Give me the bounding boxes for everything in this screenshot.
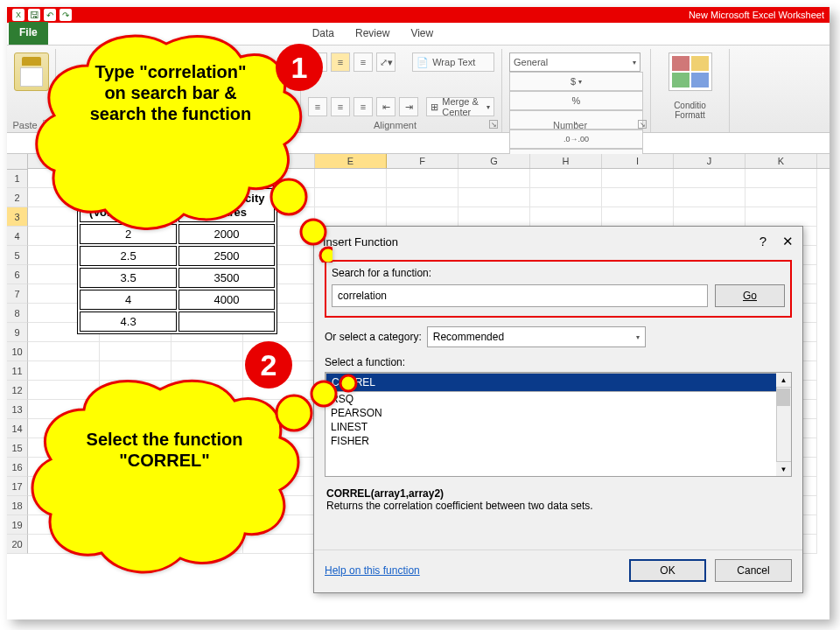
cell[interactable] [100,342,172,361]
cell[interactable] [674,207,746,227]
cell[interactable] [172,361,243,381]
scroll-down-icon[interactable]: ▼ [776,461,791,476]
cell[interactable] [172,342,243,361]
row-header[interactable]: 12 [7,381,28,400]
col-header-D[interactable]: D [243,154,315,168]
increase-indent-button[interactable]: ⇥ [399,97,418,116]
row-header[interactable]: 4 [7,227,28,246]
cell[interactable] [243,535,315,554]
col-header-J[interactable]: J [674,154,746,168]
cell[interactable] [28,438,100,458]
cell[interactable] [243,400,315,419]
row-header[interactable]: 1 [7,169,28,188]
tab-data[interactable]: Data [302,24,345,45]
col-header-E[interactable]: E [315,154,387,168]
row-header[interactable]: 19 [7,515,28,535]
col-header-H[interactable]: H [530,154,602,168]
tab-file[interactable]: File [9,22,48,45]
number-format-select[interactable]: General [509,52,640,72]
row-header[interactable]: 11 [7,361,28,381]
cell[interactable] [530,188,602,207]
row-header[interactable]: 13 [7,400,28,419]
cell[interactable] [315,207,387,227]
cell[interactable] [315,169,387,188]
save-icon[interactable] [28,9,40,21]
row-header[interactable]: 18 [7,496,28,515]
cell[interactable] [530,207,602,227]
function-option-rsq[interactable]: RSQ [326,392,791,406]
cell[interactable] [746,169,817,188]
help-icon[interactable]: ? [760,234,766,249]
search-input[interactable] [332,284,708,307]
cell[interactable] [100,515,172,535]
col-header-B[interactable]: B [100,154,172,168]
select-all-corner[interactable] [7,154,28,170]
row-header[interactable]: 10 [7,342,28,361]
clipboard-launcher[interactable]: ↘ [43,120,52,129]
cell[interactable] [100,361,172,381]
cell[interactable] [243,342,315,361]
cell[interactable] [674,188,746,207]
ok-button[interactable]: OK [629,559,706,582]
cell[interactable] [28,342,100,361]
col-header-I[interactable]: I [602,154,674,168]
wrap-text-button[interactable]: 📄 Wrap Text [412,52,494,72]
row-header[interactable]: 7 [7,284,28,304]
cell[interactable] [172,515,243,535]
cell[interactable] [243,477,315,496]
cell[interactable] [100,438,172,458]
fx-icon[interactable]: fx [86,137,107,150]
cell[interactable] [172,381,243,400]
cell[interactable] [172,458,243,477]
row-header[interactable]: 6 [7,265,28,284]
tab-view[interactable]: View [400,24,444,45]
currency-button[interactable]: $ [509,72,643,91]
cell[interactable] [100,496,172,515]
cell[interactable] [172,400,243,419]
cell[interactable] [315,188,387,207]
go-button[interactable]: Go [715,284,785,307]
align-center-button[interactable]: ≡ [331,97,350,116]
redo-icon[interactable]: ↷ [60,9,72,21]
undo-icon[interactable]: ↶ [44,9,56,21]
cell[interactable] [100,400,172,419]
cell[interactable] [100,458,172,477]
increase-decimal-button[interactable]: .0→.00 [509,130,643,149]
scroll-up-icon[interactable]: ▲ [776,373,791,388]
percent-button[interactable]: % [509,91,643,110]
cell[interactable] [243,438,315,458]
cell[interactable] [387,207,458,227]
decrease-font-button[interactable]: A▾ [214,52,236,72]
cell[interactable] [746,188,817,207]
cell[interactable] [243,458,315,477]
category-select[interactable]: Recommended [427,326,646,347]
cell[interactable] [172,477,243,496]
cell[interactable] [602,207,674,227]
cell[interactable] [172,438,243,458]
col-header-C[interactable]: C [172,154,243,168]
cell[interactable] [100,535,172,554]
tab-review[interactable]: Review [345,24,400,45]
cell[interactable] [28,458,100,477]
cell[interactable] [172,535,243,554]
cell[interactable] [28,361,100,381]
border-button[interactable]: ⊞▾ [164,97,183,116]
cell[interactable] [387,188,458,207]
row-header[interactable]: 8 [7,304,28,323]
close-icon[interactable]: ✕ [782,234,794,249]
cell[interactable] [458,188,530,207]
row-header[interactable]: 16 [7,458,28,477]
font-launcher[interactable]: ↘ [288,120,297,129]
row-header[interactable]: 17 [7,477,28,496]
col-header-K[interactable]: K [746,154,817,168]
row-header[interactable]: 2 [7,188,28,207]
cell[interactable] [746,207,817,227]
cell[interactable] [674,169,746,188]
function-option-fisher[interactable]: FISHER [326,434,791,448]
function-list[interactable]: CORRELRSQPEARSONLINESTFISHER ▲ ▼ [325,372,792,477]
name-box[interactable] [7,133,86,153]
increase-font-button[interactable]: A▴ [188,52,211,72]
cell[interactable] [602,188,674,207]
alignment-launcher[interactable]: ↘ [489,120,498,129]
cell[interactable] [28,477,100,496]
